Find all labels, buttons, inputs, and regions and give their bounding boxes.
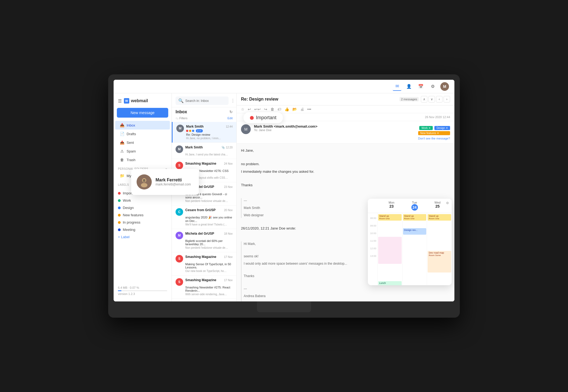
sidebar-label-spam: Spam xyxy=(127,149,166,153)
search-box[interactable]: 🔍 xyxy=(176,97,229,105)
move-icon[interactable]: 📂 xyxy=(292,107,297,111)
email-time-8: 17 Nov xyxy=(224,279,233,282)
sidebar-item-spam[interactable]: ⚠ Spam xyxy=(115,147,170,155)
new-message-button[interactable]: New message xyxy=(117,108,168,118)
arrow-left[interactable]: ‹ xyxy=(436,96,442,102)
label-item-meeting[interactable]: Meeting xyxy=(114,226,171,233)
arrow-down[interactable]: ∨ xyxy=(428,96,435,102)
users-icon[interactable]: 👤 xyxy=(405,82,413,91)
profile-card: Mark Ferretti mark.ferretti@email.com xyxy=(131,169,199,195)
email-list-title: Inbox ↻ xyxy=(172,107,236,115)
email-item-5[interactable]: C Cesare from GrUSP 20 Nov angularday 20… xyxy=(172,205,236,229)
sidebar: ☰ W webmail New message 📥 Inbox 📄 Drafts xyxy=(114,93,172,301)
sidebar-item-inbox[interactable]: 📥 Inbox xyxy=(115,121,170,129)
arrow-right[interactable]: › xyxy=(444,96,450,102)
dont-see-message-link[interactable]: Don't see the message? xyxy=(418,137,450,140)
label-item-work[interactable]: Work xyxy=(114,197,171,204)
sidebar-item-sent[interactable]: 📤 Sent xyxy=(115,138,170,147)
email-time-5: 20 Nov xyxy=(224,209,233,212)
email-sender-5: Cesare from GrUSP xyxy=(185,208,224,212)
cal-settings-icon[interactable]: ⚙ xyxy=(445,201,450,205)
email-avatar-1: M xyxy=(176,125,184,132)
email-item-9[interactable]: D Daniel from GrUSP 13 Nov sfday is next… xyxy=(172,299,236,301)
trash-icon: 🗑 xyxy=(120,158,124,162)
event-pink-mon[interactable] xyxy=(378,237,402,264)
sidebar-label-inbox: Inbox xyxy=(127,123,166,127)
important-dot xyxy=(118,192,121,195)
message-count-badge: 2 messages xyxy=(399,97,419,101)
email-time-3: 24 Nov xyxy=(224,162,233,165)
user-avatar[interactable]: M xyxy=(440,82,449,91)
tag-work[interactable]: Work ✕ xyxy=(419,126,433,130)
filters-label[interactable]: ↑↓ Filters xyxy=(176,117,187,120)
top-bar: ✉ 👤 📅 ⚙ M xyxy=(114,80,454,93)
more-icon[interactable]: ••• xyxy=(307,107,311,111)
event-standup-wed[interactable]: Stand up Room One xyxy=(428,214,451,221)
hamburger-icon[interactable]: ☰ xyxy=(118,98,122,104)
cal-grid: Stand up Room One Lunch Stand up xyxy=(377,213,452,285)
label-item-design[interactable]: Design xyxy=(114,204,171,211)
email-preview-5: We'll have a great time! Tickets (https:… xyxy=(176,223,228,226)
arrow-up[interactable]: ∧ xyxy=(421,96,427,102)
email-item-6[interactable]: M Michela del GrUSP 18 Nov Biglietti sco… xyxy=(172,229,236,252)
drafts-icon: 📄 xyxy=(120,132,124,136)
version-label: version 1.2.3 xyxy=(118,292,167,295)
in-progress-dot xyxy=(118,221,121,224)
label-item-in-progress[interactable]: In progress xyxy=(114,219,171,226)
refresh-icon[interactable]: ↻ xyxy=(229,110,233,114)
tag-new-features[interactable]: New features ✕ xyxy=(418,131,450,135)
edit-link[interactable]: Edit xyxy=(227,117,233,120)
star-icon[interactable]: ☆ xyxy=(241,107,245,111)
body-thanks: Thanks xyxy=(241,182,450,188)
event-lunch-mon[interactable]: Lunch xyxy=(378,281,402,285)
event-design-tue[interactable]: Design rev... xyxy=(403,228,427,235)
reply-all-icon[interactable]: ↩↩ xyxy=(254,107,261,111)
settings-icon[interactable]: ⚙ xyxy=(428,82,437,91)
email-item-2[interactable]: M Mark Smith 📎 12:20 xyxy=(172,143,236,159)
profile-avatar xyxy=(137,174,152,190)
email-meta: M Mark Smith <mark.smith@email.com> To: … xyxy=(237,121,454,144)
cal-body: 08:00 09:00 10:00 11:00 12:00 13:00 Stan… xyxy=(368,213,452,285)
event-standup-tue[interactable]: Stand up Room One xyxy=(403,214,427,221)
storage-bar xyxy=(118,290,167,291)
monitor-screen: ✉ 👤 📅 ⚙ M ☰ W webmail xyxy=(114,80,454,301)
profile-info: Mark Ferretti mark.ferretti@email.com xyxy=(156,178,191,186)
email-item-7[interactable]: S Smashing Magazine 17 Nov Making Sense … xyxy=(172,252,236,275)
email-item-8[interactable]: S Smashing Magazine 17 Nov Smashing News… xyxy=(172,275,236,299)
more-options-icon[interactable]: ⋮ xyxy=(231,98,235,103)
calendar-icon[interactable]: 📅 xyxy=(417,82,425,91)
label-item-new-features[interactable]: New features xyxy=(114,211,171,219)
email-time-1: 12:44 xyxy=(226,125,233,128)
print-icon[interactable]: 🖨 xyxy=(300,107,304,111)
email-sender-2: Mark Smith xyxy=(185,145,222,149)
email-subject-6: Biglietti scontati del 60% per laravelda… xyxy=(176,239,233,246)
mail-icon[interactable]: ✉ xyxy=(393,82,401,91)
reply-icon[interactable]: ↩ xyxy=(248,107,251,111)
sidebar-item-drafts[interactable]: 📄 Drafts xyxy=(115,129,170,138)
email-item-1[interactable]: M Mark Smith 12:44 xyxy=(172,122,236,143)
tag-design[interactable]: Design ✕ xyxy=(434,126,450,130)
email-preview-7: Our new book on TypeScript, how it works… xyxy=(176,270,228,273)
event-standup-mon[interactable]: Stand up Room One xyxy=(378,214,402,221)
app-name: webmail xyxy=(131,98,148,103)
forward-icon[interactable]: ↪ xyxy=(264,107,267,111)
email-time-6: 18 Nov xyxy=(224,232,233,235)
new-features-dot xyxy=(118,214,121,217)
event-roadmap-wed[interactable]: Dev road map Room Some xyxy=(428,251,451,273)
email-preview-2: Hi Jane, I send you the latest changes t… xyxy=(176,153,228,156)
cal-col-mon: Stand up Room One Lunch xyxy=(377,213,402,285)
delete-icon[interactable]: 🗑 xyxy=(270,107,274,111)
search-input[interactable] xyxy=(185,99,226,103)
label-icon[interactable]: 🏷 xyxy=(278,107,281,111)
email-subject-1: Re: Design review xyxy=(176,133,233,136)
logo-icon: W xyxy=(124,98,129,104)
email-avatar-3: S xyxy=(176,162,183,169)
email-preview-8: With server-side rendering, JavaScript d… xyxy=(176,293,228,296)
email-list-header: 🔍 ⋮ xyxy=(172,93,236,107)
add-label-button[interactable]: + Label xyxy=(114,233,171,241)
thumb-up-icon[interactable]: 👍 xyxy=(285,107,289,111)
sidebar-item-trash[interactable]: 🗑 Trash xyxy=(115,155,170,164)
monitor-stand xyxy=(257,301,311,312)
label-work: Work xyxy=(123,198,131,202)
sender-info: Mark Smith <mark.smith@email.com> To: Ja… xyxy=(254,124,415,132)
